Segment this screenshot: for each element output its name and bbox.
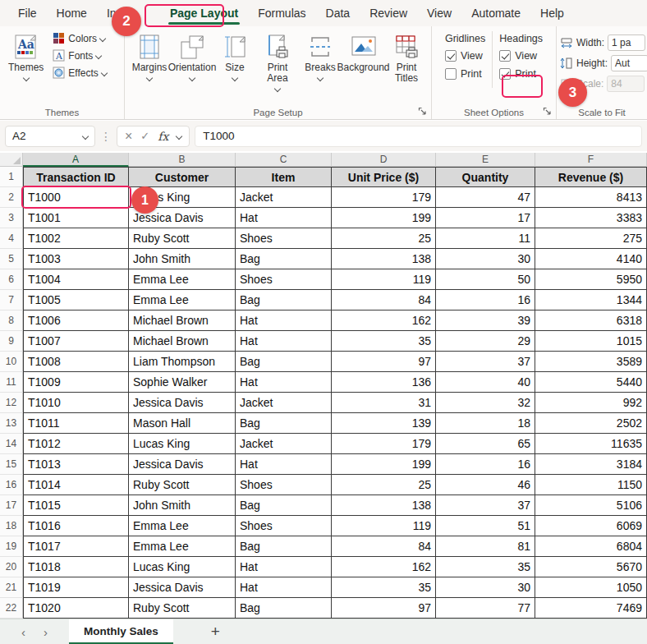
cell[interactable]: 1150 <box>535 475 647 495</box>
cell[interactable]: Jacket <box>236 187 332 208</box>
column-header-b[interactable]: B <box>129 153 236 167</box>
column-header-e[interactable]: E <box>436 153 535 167</box>
cell[interactable]: T1006 <box>23 310 129 331</box>
cell[interactable]: Bag <box>236 352 332 372</box>
cell[interactable]: 139 <box>332 413 436 434</box>
cell[interactable]: T1008 <box>23 352 129 372</box>
cell[interactable]: 29 <box>436 331 535 352</box>
cell[interactable]: 18 <box>436 413 535 434</box>
cell[interactable]: T1015 <box>23 495 129 516</box>
cell[interactable]: 6069 <box>535 516 647 536</box>
formula-input[interactable]: T1000 <box>195 126 642 147</box>
fonts-button[interactable]: A Fonts <box>50 48 108 62</box>
row-number-15[interactable]: 15 <box>0 454 23 475</box>
prev-sheet-icon[interactable]: ‹ <box>21 625 25 639</box>
cell[interactable]: Bag <box>236 495 332 516</box>
cell[interactable]: Hat <box>236 372 332 393</box>
row-number-16[interactable]: 16 <box>0 475 23 495</box>
headings-print-checkbox[interactable]: Print <box>499 68 536 80</box>
colors-button[interactable]: Colors <box>50 31 108 45</box>
cell[interactable]: 6804 <box>535 536 647 557</box>
cell[interactable]: T1018 <box>23 557 129 577</box>
cell[interactable]: T1001 <box>23 208 129 228</box>
row-number-7[interactable]: 7 <box>0 290 23 310</box>
cell[interactable]: T1009 <box>23 372 129 393</box>
cell[interactable]: 37 <box>436 495 535 516</box>
cell[interactable]: 16 <box>436 454 535 475</box>
select-all-corner[interactable] <box>0 153 23 167</box>
cell[interactable]: 138 <box>332 495 436 516</box>
cell[interactable]: 11635 <box>535 434 647 454</box>
sheet-tab-monthly-sales[interactable]: Monthly Sales <box>69 619 173 644</box>
cell[interactable]: 3589 <box>535 352 647 372</box>
cell[interactable]: 77 <box>436 598 535 619</box>
cell[interactable]: 3383 <box>535 208 647 228</box>
row-number-4[interactable]: 4 <box>0 228 23 249</box>
cell[interactable]: 35 <box>332 331 436 352</box>
cell[interactable]: 5950 <box>535 269 647 290</box>
themes-button[interactable]: Aa Themes <box>3 31 48 83</box>
cell[interactable]: Bag <box>236 536 332 557</box>
cell[interactable]: 37 <box>436 352 535 372</box>
cell[interactable]: 1050 <box>535 577 647 598</box>
cell[interactable]: John Smith <box>129 495 236 516</box>
cell[interactable]: Ruby Scott <box>129 228 236 249</box>
row-number-1[interactable]: 1 <box>0 167 23 187</box>
cell[interactable]: 11 <box>436 228 535 249</box>
cell[interactable]: T1019 <box>23 577 129 598</box>
cell[interactable]: 81 <box>436 536 535 557</box>
cell[interactable]: 179 <box>332 434 436 454</box>
cell[interactable]: 2502 <box>535 413 647 434</box>
header-cell[interactable]: Transaction ID <box>23 167 129 187</box>
cell[interactable]: Jacket <box>236 434 332 454</box>
cell[interactable]: Jessica Davis <box>129 454 236 475</box>
cell[interactable]: 179 <box>332 187 436 208</box>
cell[interactable]: Bag <box>236 290 332 310</box>
cell[interactable]: Emma Lee <box>129 536 236 557</box>
effects-button[interactable]: Effects <box>50 66 108 80</box>
cell[interactable]: 16 <box>436 290 535 310</box>
cell[interactable]: T1012 <box>23 434 129 454</box>
tab-view[interactable]: View <box>417 0 461 26</box>
header-cell[interactable]: Quantity <box>436 167 535 187</box>
cell[interactable]: Emma Lee <box>129 516 236 536</box>
row-number-19[interactable]: 19 <box>0 536 23 557</box>
tab-review[interactable]: Review <box>360 0 417 26</box>
cell[interactable]: 35 <box>332 577 436 598</box>
cell[interactable]: 25 <box>332 228 436 249</box>
cell[interactable]: 65 <box>436 434 535 454</box>
cell[interactable]: Hat <box>236 208 332 228</box>
cell[interactable]: T1013 <box>23 454 129 475</box>
cell[interactable]: 6318 <box>535 310 647 331</box>
height-input[interactable]: Aut <box>611 55 647 71</box>
cell[interactable]: 46 <box>436 475 535 495</box>
orientation-button[interactable]: Orientation <box>171 31 213 83</box>
row-number-6[interactable]: 6 <box>0 269 23 290</box>
cell[interactable]: 138 <box>332 249 436 269</box>
background-button[interactable]: Background <box>342 31 385 76</box>
cell[interactable]: 5440 <box>535 372 647 393</box>
cell[interactable]: T1017 <box>23 536 129 557</box>
cell[interactable]: 4140 <box>535 249 647 269</box>
cell[interactable]: Bag <box>236 598 332 619</box>
cell[interactable]: 3184 <box>535 454 647 475</box>
cell[interactable]: Shoes <box>236 228 332 249</box>
cell[interactable]: Mason Hall <box>129 413 236 434</box>
cell[interactable]: 17 <box>436 208 535 228</box>
row-number-5[interactable]: 5 <box>0 249 23 269</box>
cell[interactable]: 199 <box>332 454 436 475</box>
cell[interactable]: T1004 <box>23 269 129 290</box>
cell[interactable]: 40 <box>436 372 535 393</box>
row-number-13[interactable]: 13 <box>0 413 23 434</box>
header-cell[interactable]: Unit Price ($) <box>332 167 436 187</box>
row-number-9[interactable]: 9 <box>0 331 23 352</box>
add-sheet-button[interactable]: + <box>173 619 258 644</box>
cell[interactable]: Hat <box>236 310 332 331</box>
row-number-17[interactable]: 17 <box>0 495 23 516</box>
cell[interactable]: 1344 <box>535 290 647 310</box>
column-header-d[interactable]: D <box>332 153 436 167</box>
cell[interactable]: 7469 <box>535 598 647 619</box>
cell[interactable]: 35 <box>436 557 535 577</box>
cell[interactable]: John Smith <box>129 249 236 269</box>
tab-page-layout[interactable]: Page Layout <box>160 0 248 26</box>
